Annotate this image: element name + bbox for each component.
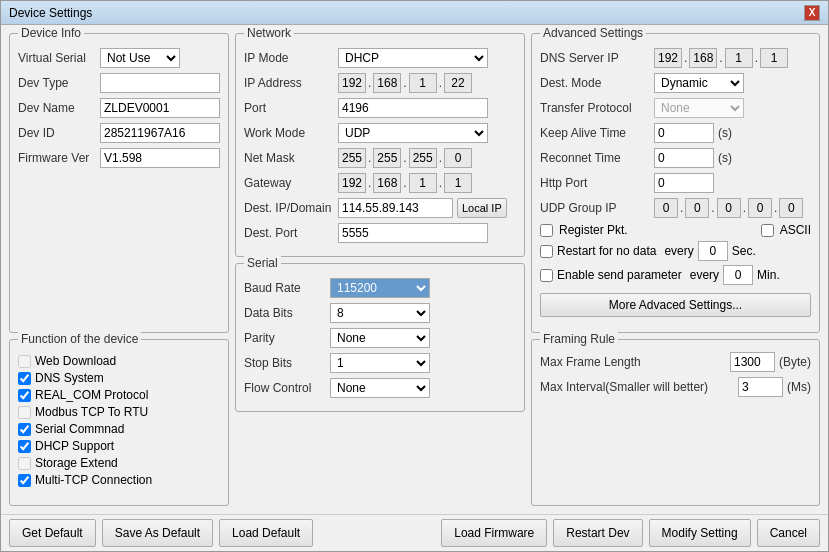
- work-mode-select[interactable]: UDP TCP Client TCP Server: [338, 123, 488, 143]
- net-mask-row: Net Mask . . .: [244, 148, 516, 168]
- max-interval-input[interactable]: [738, 377, 783, 397]
- udp-seg-5[interactable]: [779, 198, 803, 218]
- dest-mode-select[interactable]: Dynamic Static: [654, 73, 744, 93]
- gw-seg-2[interactable]: [373, 173, 401, 193]
- http-port-input[interactable]: [654, 173, 714, 193]
- enable-value-input[interactable]: [723, 265, 753, 285]
- save-as-default-button[interactable]: Save As Default: [102, 519, 213, 547]
- func-real-com: REAL_COM Protocol: [18, 388, 220, 402]
- ip-mode-label: IP Mode: [244, 51, 334, 65]
- func-dhcp-checkbox[interactable]: [18, 440, 31, 453]
- ip-mode-select[interactable]: DHCP Static: [338, 48, 488, 68]
- virtual-serial-select[interactable]: Not Use COM1 COM2 COM3: [100, 48, 180, 68]
- framing-title: Framing Rule: [540, 332, 618, 346]
- dest-ip-input[interactable]: [338, 198, 453, 218]
- func-dns-system-checkbox[interactable]: [18, 372, 31, 385]
- work-mode-label: Work Mode: [244, 126, 334, 140]
- dev-name-input[interactable]: [100, 98, 220, 118]
- func-real-com-label: REAL_COM Protocol: [35, 388, 148, 402]
- dest-mode-label: Dest. Mode: [540, 76, 650, 90]
- load-default-button[interactable]: Load Default: [219, 519, 313, 547]
- keep-alive-row: Keep Alive Time (s): [540, 123, 811, 143]
- firmware-row: Firmware Ver: [18, 148, 220, 168]
- udp-seg-4[interactable]: [748, 198, 772, 218]
- udp-seg-1[interactable]: [654, 198, 678, 218]
- udp-seg-3[interactable]: [717, 198, 741, 218]
- main-content: Device Info Virtual Serial Not Use COM1 …: [1, 25, 828, 514]
- dev-type-label: Dev Type: [18, 76, 96, 90]
- dev-id-row: Dev ID: [18, 123, 220, 143]
- serial-title: Serial: [244, 256, 281, 270]
- ascii-checkbox[interactable]: [761, 224, 774, 237]
- dns-seg-3[interactable]: [725, 48, 753, 68]
- more-advanced-button[interactable]: More Advaced Settings...: [540, 293, 811, 317]
- register-label: Register Pkt.: [559, 223, 628, 237]
- baud-rate-select[interactable]: 115200 9600 19200 38400 57600: [330, 278, 430, 298]
- ip-seg-1[interactable]: [338, 73, 366, 93]
- restart-value-input[interactable]: [698, 241, 728, 261]
- framing-box: Max Frame Length (Byte) Max Interval(Sma…: [540, 352, 811, 397]
- func-serial-cmd-checkbox[interactable]: [18, 423, 31, 436]
- func-web-download-label: Web Download: [35, 354, 116, 368]
- func-storage-checkbox[interactable]: [18, 457, 31, 470]
- dev-type-input[interactable]: [100, 73, 220, 93]
- func-web-download-checkbox[interactable]: [18, 355, 31, 368]
- stop-bits-select[interactable]: 1 2: [330, 353, 430, 373]
- keep-alive-input[interactable]: [654, 123, 714, 143]
- serial-grid: Baud Rate 115200 9600 19200 38400 57600 …: [244, 278, 516, 398]
- max-interval-unit: (Ms): [787, 380, 811, 394]
- stop-bits-row: Stop Bits 1 2: [244, 353, 516, 373]
- restart-dev-button[interactable]: Restart Dev: [553, 519, 642, 547]
- mask-seg-4[interactable]: [444, 148, 472, 168]
- register-checkbox[interactable]: [540, 224, 553, 237]
- mask-seg-3[interactable]: [409, 148, 437, 168]
- load-firmware-button[interactable]: Load Firmware: [441, 519, 547, 547]
- firmware-input[interactable]: [100, 148, 220, 168]
- ip-address-label: IP Address: [244, 76, 334, 90]
- port-input[interactable]: [338, 98, 488, 118]
- restart-checkbox[interactable]: [540, 245, 553, 258]
- get-default-button[interactable]: Get Default: [9, 519, 96, 547]
- dev-id-input[interactable]: [100, 123, 220, 143]
- keep-alive-label: Keep Alive Time: [540, 126, 650, 140]
- ip-seg-3[interactable]: [409, 73, 437, 93]
- gw-seg-1[interactable]: [338, 173, 366, 193]
- transfer-row: Transfer Protocol None TCP UDP: [540, 98, 811, 118]
- func-multi-tcp-checkbox[interactable]: [18, 474, 31, 487]
- max-frame-label: Max Frame Length: [540, 355, 726, 369]
- udp-group-row: UDP Group IP . . . .: [540, 198, 811, 218]
- ip-address-field: . . .: [338, 73, 472, 93]
- reconnet-input[interactable]: [654, 148, 714, 168]
- data-bits-select[interactable]: 8 7 6 5: [330, 303, 430, 323]
- gw-seg-4[interactable]: [444, 173, 472, 193]
- dns-seg-2[interactable]: [689, 48, 717, 68]
- http-port-label: Http Port: [540, 176, 650, 190]
- dest-port-row: Dest. Port: [244, 223, 516, 243]
- ip-seg-2[interactable]: [373, 73, 401, 93]
- max-interval-row: Max Interval(Smaller will better) (Ms): [540, 377, 811, 397]
- close-button[interactable]: X: [804, 5, 820, 21]
- flow-control-select[interactable]: None Hardware Software: [330, 378, 430, 398]
- parity-select[interactable]: None Odd Even Mark Space: [330, 328, 430, 348]
- enable-checkbox[interactable]: [540, 269, 553, 282]
- modify-setting-button[interactable]: Modify Setting: [649, 519, 751, 547]
- reconnet-unit: (s): [718, 151, 732, 165]
- enable-row: Enable send parameter every Min.: [540, 265, 811, 285]
- mask-seg-1[interactable]: [338, 148, 366, 168]
- gw-seg-3[interactable]: [409, 173, 437, 193]
- mask-seg-2[interactable]: [373, 148, 401, 168]
- dest-port-input[interactable]: [338, 223, 488, 243]
- func-real-com-checkbox[interactable]: [18, 389, 31, 402]
- udp-group-label: UDP Group IP: [540, 201, 650, 215]
- transfer-select[interactable]: None TCP UDP: [654, 98, 744, 118]
- max-frame-input[interactable]: [730, 352, 775, 372]
- udp-group-field: . . . .: [654, 198, 803, 218]
- dev-type-row: Dev Type: [18, 73, 220, 93]
- dns-seg-4[interactable]: [760, 48, 788, 68]
- ip-seg-4[interactable]: [444, 73, 472, 93]
- local-ip-button[interactable]: Local IP: [457, 198, 507, 218]
- cancel-button[interactable]: Cancel: [757, 519, 820, 547]
- udp-seg-2[interactable]: [685, 198, 709, 218]
- func-modbus-checkbox[interactable]: [18, 406, 31, 419]
- dns-seg-1[interactable]: [654, 48, 682, 68]
